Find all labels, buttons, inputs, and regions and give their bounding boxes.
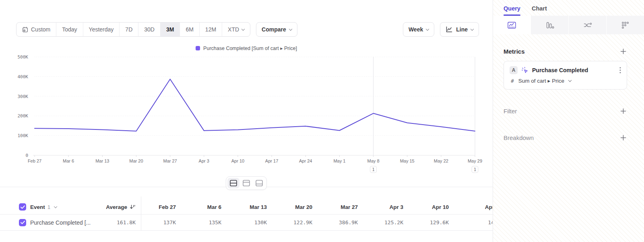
- row-checkbox[interactable]: [19, 219, 26, 226]
- insights-report-page: CustomTodayYesterday7D30D3M6M12MXTD Comp…: [0, 0, 644, 242]
- chart-type-strip: [493, 16, 644, 34]
- chart-type-insights[interactable]: [493, 16, 530, 34]
- x-axis-tick: Apr 17: [265, 159, 278, 163]
- range-label: 30D: [144, 26, 155, 33]
- chart-legend[interactable]: Purchase Completed [Sum of cart ▸ Price]: [0, 45, 493, 51]
- calendar-icon: [22, 27, 28, 33]
- chart-type-flows[interactable]: [568, 16, 606, 34]
- y-axis-tick: 500K: [18, 54, 29, 60]
- metric-series-badge: A: [510, 66, 518, 74]
- add-filter-button[interactable]: [619, 107, 627, 115]
- date-column-header: Mar 20: [267, 204, 312, 210]
- split-view-toggle-button[interactable]: [227, 178, 239, 188]
- y-axis-tick: 100K: [18, 133, 29, 138]
- table-row: Purchase Completed [... 161.8K 137K135K1…: [0, 215, 493, 231]
- sort-descending-icon: [130, 204, 136, 210]
- tab-chart[interactable]: Chart: [532, 5, 547, 16]
- date-column-header: Apr 3: [358, 204, 403, 210]
- chevron-down-icon: [289, 27, 292, 30]
- value-cells: 137K135K130K122.9K386.9K125.2K129.6K14: [136, 219, 493, 225]
- date-header-cells: Feb 27Mar 6Mar 13Mar 20Mar 27Apr 3Apr 10…: [136, 204, 493, 210]
- granularity-button[interactable]: Week: [403, 22, 434, 37]
- metric-card[interactable]: A Purchase Completed # Sum of cart ▸ Pri…: [504, 61, 627, 90]
- sort-descending-icon: [130, 204, 136, 210]
- range-custom[interactable]: Custom: [17, 23, 56, 36]
- kebab-menu-icon: [619, 67, 621, 73]
- series-line[interactable]: [35, 79, 475, 131]
- value-cell: 137K: [136, 219, 176, 225]
- range-label: 12M: [205, 26, 216, 33]
- date-column-header: Apr 10: [403, 204, 449, 210]
- event-header-label: Event: [30, 204, 45, 210]
- range-3m[interactable]: 3M: [160, 23, 180, 36]
- metrics-section-header: Metrics: [504, 48, 627, 55]
- row-event-name[interactable]: Purchase Completed [...: [30, 219, 91, 226]
- metric-aggregation-control[interactable]: # Sum of cart ▸ Price: [510, 77, 622, 84]
- date-column-header: Mar 27: [312, 204, 358, 210]
- y-axis-tick: 300K: [18, 94, 29, 99]
- range-30d[interactable]: 30D: [138, 23, 160, 36]
- range-7d[interactable]: 7D: [119, 23, 138, 36]
- x-axis-tick: Mar 27: [163, 159, 177, 163]
- range-yesterday[interactable]: Yesterday: [83, 23, 120, 36]
- chart-only-icon: [242, 179, 250, 187]
- x-axis-tick: May 22: [434, 159, 448, 163]
- breakdown-title: Breakdown: [504, 134, 534, 141]
- value-cell: 125.2K: [358, 219, 403, 225]
- annotation-badge[interactable]: 1: [472, 166, 478, 173]
- average-header-label: Average: [106, 204, 127, 210]
- plus-icon: [620, 48, 626, 54]
- check-icon: [21, 205, 25, 209]
- svg-text:1: 1: [474, 167, 476, 172]
- tab-label: Chart: [532, 5, 547, 12]
- range-label: Custom: [31, 26, 50, 33]
- event-name-cell: Purchase Completed [...: [0, 219, 93, 226]
- chevron-down-icon: [426, 27, 429, 30]
- chart-only-toggle-button[interactable]: [240, 178, 252, 188]
- annotation-badge[interactable]: 1: [370, 166, 377, 173]
- range-label: 7D: [125, 26, 132, 33]
- table-column-divider: [141, 196, 141, 231]
- average-header-cell[interactable]: Average: [93, 204, 136, 210]
- chart-type-funnels[interactable]: [530, 16, 568, 34]
- compare-button[interactable]: Compare: [256, 22, 297, 37]
- svg-text:1: 1: [372, 167, 375, 172]
- y-axis-tick: 200K: [18, 113, 29, 119]
- add-metric-button[interactable]: [619, 48, 627, 55]
- legend-label: Purchase Completed [Sum of cart ▸ Price]: [203, 45, 297, 51]
- table-only-toggle-button[interactable]: [253, 178, 265, 188]
- number-type-icon: #: [511, 78, 514, 84]
- chevron-down-icon[interactable]: [54, 204, 57, 208]
- range-label: Today: [62, 26, 77, 33]
- date-range-picker: CustomTodayYesterday7D30D3M6M12MXTD: [16, 22, 250, 37]
- flows-icon: [583, 21, 592, 29]
- line-chart[interactable]: 0100K200K300K400K500KFeb 27Mar 6Mar 13Ma…: [0, 52, 493, 177]
- insights-icon: [507, 21, 516, 29]
- plus-icon: [620, 108, 626, 114]
- event-count: 1: [47, 204, 51, 210]
- value-cell: 386.9K: [312, 219, 358, 225]
- chart-type-retention[interactable]: [606, 16, 644, 34]
- range-today[interactable]: Today: [56, 23, 83, 36]
- chart-style-button[interactable]: Line: [440, 22, 479, 37]
- kebab-menu-icon[interactable]: [619, 66, 622, 74]
- x-axis-tick: May 15: [400, 159, 415, 163]
- layout-toggle-group: [226, 176, 267, 190]
- range-xtd[interactable]: XTD: [222, 23, 250, 36]
- range-6m[interactable]: 6M: [180, 23, 199, 36]
- tab-query[interactable]: Query: [504, 5, 520, 16]
- line-chart-icon: [446, 26, 453, 33]
- select-all-checkbox[interactable]: [19, 203, 26, 211]
- y-axis-tick: 0: [25, 153, 28, 158]
- filter-title: Filter: [504, 108, 517, 115]
- x-axis-tick: Apr 3: [199, 159, 209, 163]
- breakdown-section-header: Breakdown: [504, 134, 627, 142]
- y-axis-tick: 400K: [18, 74, 29, 79]
- aggregation-label: Sum of cart ▸ Price: [518, 77, 564, 84]
- add-breakdown-button[interactable]: [619, 134, 627, 142]
- date-column-header: Mar 13: [221, 204, 267, 210]
- x-axis-tick: Apr 10: [231, 159, 244, 163]
- range-label: Yesterday: [89, 26, 114, 33]
- toolbar: CustomTodayYesterday7D30D3M6M12MXTD Comp…: [16, 22, 479, 37]
- range-12m[interactable]: 12M: [199, 23, 222, 36]
